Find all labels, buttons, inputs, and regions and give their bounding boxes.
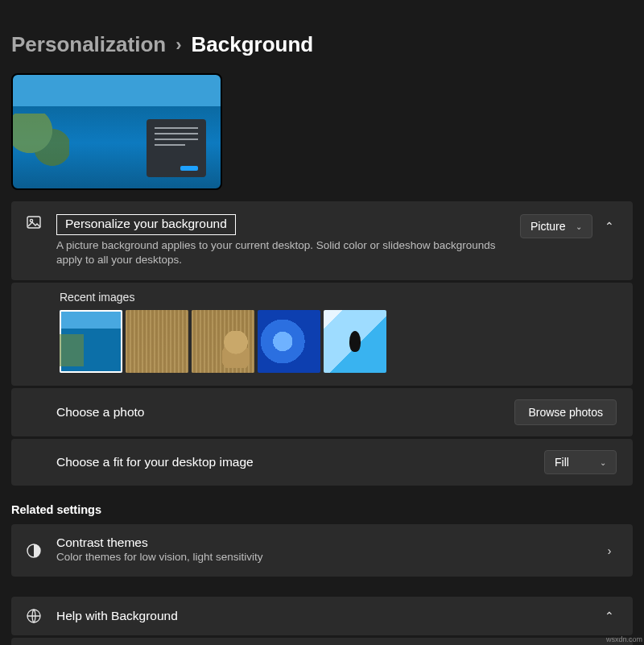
recent-image-2[interactable] [126,310,188,373]
picture-icon [24,214,43,230]
collapse-chevron-up-icon[interactable]: ⌃ [602,610,617,622]
chevron-right-icon: › [602,544,617,557]
contrast-description: Color themes for low vision, light sensi… [56,550,589,564]
background-type-dropdown[interactable]: Picture ⌄ [520,214,592,238]
row-personalize-background: Personalize your background A picture ba… [11,201,633,280]
personalize-title: Personalize your background [56,214,236,235]
row-help-background[interactable]: Help with Background ⌃ [11,597,633,635]
svg-point-1 [30,219,32,221]
recent-image-4[interactable] [258,310,320,373]
desktop-preview [11,73,222,190]
recent-image-5[interactable] [324,310,386,373]
contrast-title: Contrast themes [56,535,589,550]
recent-images-label: Recent images [60,291,617,304]
breadcrumb: Personalization › Background [11,32,633,57]
row-choose-photo: Choose a photo Browse photos [11,388,633,436]
row-contrast-themes[interactable]: Contrast themes Color themes for low vis… [11,524,633,576]
breadcrumb-current: Background [191,32,313,57]
contrast-icon [24,543,43,559]
svg-rect-0 [27,217,40,228]
row-recent-images: Recent images [11,283,633,386]
chevron-down-icon: ⌄ [600,458,606,467]
recent-image-1[interactable] [60,310,122,373]
related-settings-heading: Related settings [11,503,633,516]
watermark: wsxdn.com [606,635,642,643]
breadcrumb-parent[interactable]: Personalization [11,32,166,57]
help-title: Help with Background [56,609,589,623]
collapse-chevron-up-icon[interactable]: ⌃ [602,220,617,233]
recent-image-3[interactable] [192,310,254,373]
row-choose-fit: Choose a fit for your desktop image Fill… [11,439,633,486]
choose-photo-label: Choose a photo [56,405,502,420]
browse-photos-button[interactable]: Browse photos [514,399,617,425]
fit-value: Fill [555,456,569,469]
choose-fit-label: Choose a fit for your desktop image [56,455,531,469]
help-body: Getting new wallpapers every day from Mi… [11,638,633,645]
preview-window-mock [147,119,206,177]
recent-images-list [60,310,617,373]
globe-icon [24,608,43,624]
chevron-down-icon: ⌄ [576,222,582,231]
background-type-value: Picture [530,220,566,233]
fit-dropdown[interactable]: Fill ⌄ [544,450,617,474]
chevron-right-icon: › [175,35,181,56]
personalize-description: A picture background applies to your cur… [56,238,507,267]
